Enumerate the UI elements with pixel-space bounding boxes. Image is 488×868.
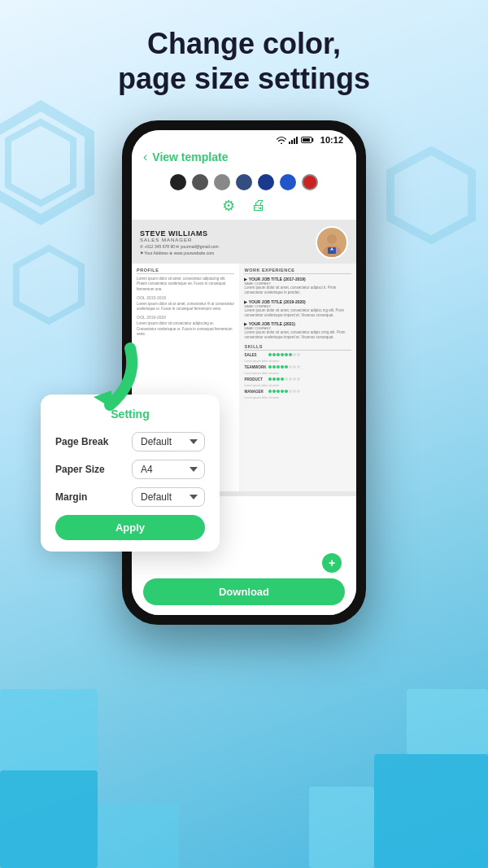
color-red[interactable] — [302, 174, 318, 190]
svg-rect-7 — [296, 137, 298, 144]
color-darkgray[interactable] — [192, 174, 208, 190]
skill-dots-product — [268, 377, 300, 381]
back-arrow-icon[interactable]: ‹ — [143, 150, 147, 164]
color-navy[interactable] — [258, 174, 274, 190]
profile-section-title: PROFILE — [137, 268, 234, 274]
skill-row-manager: MANAGER — [244, 390, 351, 394]
title-area: Change color, page size settings — [0, 0, 488, 112]
green-arrow-icon — [69, 340, 142, 413]
apply-button[interactable]: Apply — [55, 515, 205, 540]
left-text2: Lorem ipsum dolor sit consectetur adipis… — [137, 321, 234, 337]
svg-marker-1 — [8, 122, 73, 203]
resume-contact1: ✆ +012 345 678 90 ✉ yourmail@gmail.com — [140, 244, 219, 249]
paper-size-row: Paper Size A4 Letter Legal — [55, 460, 205, 479]
status-time: 10:12 — [320, 135, 343, 145]
svg-marker-2 — [16, 248, 81, 321]
resume-name: STEVE WILLIAMS — [140, 229, 219, 238]
svg-rect-9 — [303, 138, 310, 142]
title-line2: page size settings — [118, 62, 370, 95]
settings-icon[interactable]: ⚙ — [222, 197, 235, 215]
resume-contact2: ⚑ Your Address ⊕ www.yourwebsite.com — [140, 251, 219, 255]
color-blue[interactable] — [280, 174, 296, 190]
page-break-row: Page Break Default Manual Auto — [55, 432, 205, 451]
profile-text: Lorem ipsum dolor sit amet, consectetur … — [137, 277, 234, 292]
wifi-icon — [277, 136, 286, 144]
color-gray[interactable] — [214, 174, 230, 190]
skill-dots-teamwork — [268, 365, 300, 369]
skill-sales-text: Lorem ipsum dolor sit amet — [244, 360, 351, 363]
margin-label: Margin — [55, 491, 87, 503]
color-navylight[interactable] — [236, 174, 252, 190]
status-bar: 10:12 — [132, 130, 356, 146]
svg-marker-15 — [94, 390, 114, 409]
skills-section-title: SKILLS — [244, 344, 351, 351]
margin-row: Margin Default Normal Narrow Wide — [55, 487, 205, 507]
color-palette — [132, 169, 356, 194]
resume-photo — [316, 226, 348, 259]
svg-rect-5 — [291, 140, 293, 144]
signal-icon — [289, 136, 298, 144]
skill-dots-manager — [268, 390, 300, 393]
skill-label-product: PRODUCT — [244, 377, 267, 382]
page-break-select[interactable]: Default Manual Auto — [132, 432, 205, 451]
resume-right-col: WORK EXPERIENCE ▶ YOUR JOB TITLE (2017-2… — [239, 264, 356, 491]
svg-rect-4 — [289, 142, 290, 144]
skill-label-teamwork: TEAMWORK — [244, 365, 267, 369]
tool-row: ⚙ 🖨 — [132, 194, 356, 220]
phone-bottom-bar: + Download — [132, 572, 356, 615]
battery-icon — [301, 136, 314, 144]
margin-select[interactable]: Default Normal Narrow Wide — [132, 487, 205, 507]
skill-manager-text: Lorem ipsum dolor sit amet — [244, 396, 351, 399]
phone-mockup: 10:12 ‹ View template ⚙ 🖨 — [122, 120, 366, 625]
work-section-title: WORK EXPERIENCE — [244, 268, 351, 274]
job1-text: Lorem ipsum dolor sit amet, consectetur … — [244, 286, 351, 296]
skill-product-text: Lorem ipsum dolor sit amet — [244, 384, 351, 387]
skill-label-sales: SALES — [244, 353, 267, 357]
setting-panel: Setting Page Break Default Manual Auto P… — [41, 395, 220, 552]
resume-header: STEVE WILLIAMS SALES MANAGER ✆ +012 345 … — [132, 220, 356, 264]
job3-text: Lorem ipsum dolor sit amet, consectetur … — [244, 330, 351, 341]
skill-row-sales: SALES — [244, 353, 351, 357]
svg-rect-6 — [294, 138, 295, 144]
left-text1: Lorem ipsum dolor sit ar amet, consectet… — [137, 302, 234, 312]
skill-label-manager: MANAGER — [244, 390, 267, 394]
skill-row-teamwork: TEAMWORK — [244, 365, 351, 369]
color-black[interactable] — [170, 174, 186, 190]
nav-title: View template — [152, 150, 228, 164]
svg-point-11 — [327, 234, 337, 244]
job2-text: Lorem ipsum dolor sit amet, consectetur … — [244, 308, 351, 319]
paper-size-select[interactable]: A4 Letter Legal — [132, 460, 205, 479]
phone-nav: ‹ View template — [132, 146, 356, 169]
title-line1: Change color, — [147, 27, 341, 60]
download-button[interactable]: Download — [143, 578, 345, 605]
skill-row-product: PRODUCT — [244, 377, 351, 382]
resume-job-title: SALES MANAGER — [140, 238, 219, 242]
print-icon[interactable]: 🖨 — [251, 197, 266, 215]
page-break-label: Page Break — [55, 436, 108, 447]
zoom-button[interactable]: + — [322, 553, 342, 573]
skill-teamwork-text: Lorem ipsum dolor sit amet — [244, 372, 351, 375]
skill-dots-sales — [268, 353, 300, 356]
svg-marker-3 — [390, 150, 472, 240]
paper-size-label: Paper Size — [55, 464, 105, 475]
status-icons — [277, 136, 314, 144]
